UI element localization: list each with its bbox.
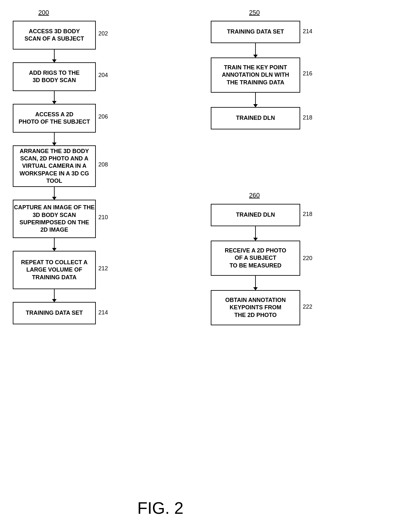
box-222: OBTAIN ANNOTATIONKEYPOINTS FROMTHE 2D PH… — [211, 290, 300, 325]
ref-214b: 214 — [303, 28, 312, 35]
arrow-208-210 — [54, 187, 55, 200]
box-220: RECEIVE A 2D PHOTOOF A SUBJECTTO BE MEAS… — [211, 241, 300, 276]
ref-210: 210 — [98, 214, 108, 221]
box-216: TRAIN THE KEY POINTANNOTATION DLN WITHTH… — [211, 58, 300, 93]
ref-208: 208 — [98, 161, 108, 168]
ref-218b: 218 — [303, 211, 312, 218]
arrow-216-218 — [255, 93, 256, 107]
ref-204: 204 — [98, 72, 108, 79]
ref-218a: 218 — [303, 114, 312, 121]
arrow-218b-220 — [255, 226, 256, 241]
diagram-200-label: 200 — [38, 9, 49, 16]
arrow-220-222 — [255, 276, 256, 290]
arrow-204-206 — [54, 91, 55, 104]
ref-202: 202 — [98, 30, 108, 37]
box-218b: TRAINED DLN — [211, 204, 300, 226]
page-container: 200 ACCESS 3D BODYSCAN OF A SUBJECT 202 … — [0, 0, 396, 532]
diagram-250-label: 250 — [249, 9, 260, 16]
arrow-212-214 — [54, 289, 55, 302]
arrow-210-212 — [54, 238, 55, 251]
box-218a: TRAINED DLN — [211, 107, 300, 129]
box-210: CAPTURE AN IMAGE OF THE3D BODY SCANSUPER… — [13, 200, 96, 238]
ref-222: 222 — [303, 304, 312, 310]
arrow-202-204 — [54, 50, 55, 62]
figure-caption: FIG. 2 — [137, 498, 183, 518]
box-208: ARRANGE THE 3D BODYSCAN, 2D PHOTO AND AV… — [13, 145, 96, 187]
ref-216: 216 — [303, 70, 312, 77]
box-204: ADD RIGS TO THE3D BODY SCAN — [13, 62, 96, 91]
arrow-214b-216 — [255, 43, 256, 58]
box-214b: TRAINING DATA SET — [211, 21, 300, 43]
box-212: REPEAT TO COLLECT ALARGE VOLUME OFTRAINI… — [13, 251, 96, 289]
box-206: ACCESS A 2DPHOTO OF THE SUBJECT — [13, 104, 96, 133]
ref-220: 220 — [303, 255, 312, 262]
arrow-206-208 — [54, 133, 55, 145]
ref-212: 212 — [98, 265, 108, 272]
box-214a: TRAINING DATA SET — [13, 302, 96, 324]
diagram-260-label: 260 — [249, 192, 260, 199]
box-202: ACCESS 3D BODYSCAN OF A SUBJECT — [13, 21, 96, 50]
ref-206: 206 — [98, 113, 108, 120]
ref-214a: 214 — [98, 309, 108, 316]
